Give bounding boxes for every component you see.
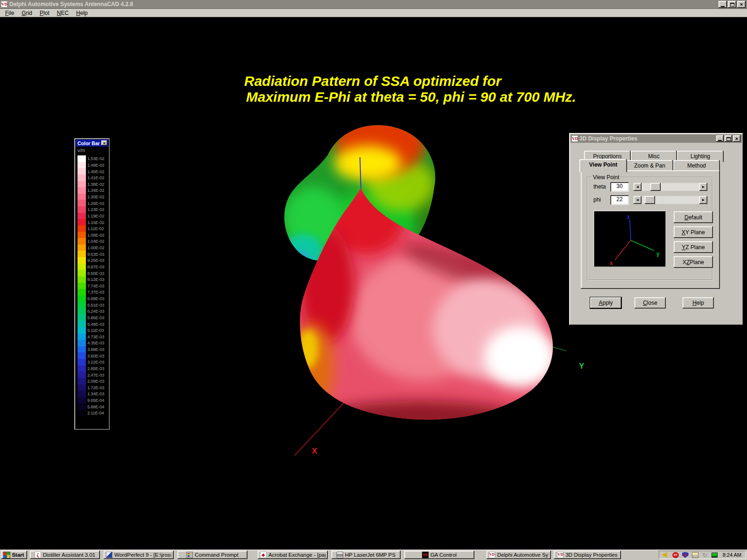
taskbar-button-label: Distiller Assistant 3.01 (43, 552, 96, 558)
help-button[interactable]: Help (683, 297, 714, 308)
theta-label: theta (591, 183, 610, 190)
phi-scroll-track[interactable] (641, 196, 699, 204)
colorbar-swatch (78, 187, 86, 194)
start-button[interactable]: Start (1, 551, 27, 559)
colorbar-swatch (78, 378, 86, 385)
colorbar-entry: 5.86E-03 (78, 315, 107, 321)
colorbar-value: 1.53E-02 (87, 156, 104, 161)
colorbar-swatch (78, 308, 86, 315)
colorbar-entry: 5.11E-03 (78, 327, 107, 334)
theta-scroll-left-icon[interactable]: ◄ (634, 183, 641, 191)
axes-preview-panel: z x y (594, 211, 665, 266)
colorbar-entry: 1.04E-02 (78, 238, 107, 245)
tab-method[interactable]: Method (673, 160, 720, 171)
phi-scroll-thumb[interactable] (645, 196, 655, 204)
theta-scroll-thumb[interactable] (650, 183, 661, 191)
phi-scrollbar[interactable]: ◄► (634, 196, 707, 204)
shield-icon[interactable] (682, 552, 689, 558)
xz-plane-button[interactable]: XZ Plane (674, 256, 713, 268)
colorbar-swatch (78, 397, 86, 404)
colorbar-swatch (78, 238, 86, 245)
menu-item-grid[interactable]: Grid (18, 9, 35, 17)
xy-plane-button[interactable]: XY Plane (674, 226, 713, 238)
yz-plane-button[interactable]: YZ Plane (674, 241, 713, 253)
dialog-minimize-button[interactable] (716, 135, 724, 142)
colorbar-entry: 4.73E-03 (78, 334, 107, 340)
taskbar: Start ζDistiller Assistant 3.01WordPerfe… (0, 550, 747, 560)
colorbar-swatch (78, 327, 86, 334)
colorbar-swatch (78, 365, 86, 372)
phi-input[interactable]: 22 (610, 195, 629, 205)
colorbar-entry: 1.72E-03 (78, 385, 107, 391)
theta-input[interactable]: 30 (610, 182, 629, 192)
preview-x-axis-line (615, 240, 631, 260)
dialog-titlebar[interactable]: VD 3D Display Properties × (571, 134, 742, 143)
theta-scroll-track[interactable] (641, 183, 699, 191)
colorbar-entry: 1.34E-02 (78, 187, 107, 194)
colorbar-value: 1.45E-02 (87, 169, 104, 174)
x-axis-label: X (312, 447, 317, 455)
menu-item-nec[interactable]: NEC (54, 9, 72, 17)
dos-icon (186, 552, 193, 558)
restore-button[interactable] (728, 1, 736, 8)
close-button[interactable]: × (737, 1, 746, 8)
taskbar-button-3d-display-properties[interactable]: VD3D Display Properties (554, 551, 621, 559)
taskbar-button-distiller-assistant-3-01[interactable]: ζDistiller Assistant 3.01 (30, 551, 100, 559)
refresh-icon[interactable]: ↻ (702, 552, 708, 558)
print-status-icon[interactable] (692, 552, 698, 558)
colorbar-titlebar[interactable]: Color Bar × (76, 140, 108, 147)
colorbar-entry: 9.65E-04 (78, 397, 107, 404)
apply-button[interactable]: Apply (590, 297, 621, 308)
menu-item-plot[interactable]: Plot (36, 9, 53, 17)
dialog-maximize-button[interactable] (725, 135, 732, 142)
minimize-button[interactable] (719, 1, 727, 8)
colorbar-body: v/m 1.53E-021.49E-021.45E-021.41E-021.38… (76, 147, 108, 428)
viewpoint-tabpage: View Point theta30◄►phi22◄► z x y Defaul… (581, 170, 720, 289)
colorbar-swatch (78, 245, 86, 251)
phi-scroll-left-icon[interactable]: ◄ (634, 196, 641, 204)
colorbar-swatch (78, 352, 86, 359)
dialog-close-button[interactable]: × (733, 135, 740, 142)
colorbar-value: 8.87E-03 (87, 264, 104, 269)
display-icon[interactable] (712, 553, 718, 558)
colorbar-value: 6.61E-03 (87, 302, 104, 308)
taskbar-button-wordperfect-9-e-jross-[interactable]: WordPerfect 9 - [E:\jross\... (104, 551, 174, 559)
colorbar-value: 1.04E-02 (87, 238, 104, 244)
colorbar-value: 1.11E-02 (87, 226, 104, 231)
taskbar-button-ga-control[interactable]: GAGA Control (404, 551, 474, 559)
tab-view-point[interactable]: View Point (579, 159, 627, 172)
colorbar-value: 2.09E-03 (87, 378, 104, 384)
colorbar-value: 7.37E-03 (87, 289, 104, 294)
app-title: Delphi Automotive Systems AntennaCAD 4.2… (9, 1, 719, 7)
close-button[interactable]: Close (634, 297, 666, 308)
colorbar-value: 1.72E-03 (87, 385, 104, 390)
distiller-icon: ζ (35, 552, 41, 558)
colorbar-swatch (78, 295, 86, 302)
colorbar-swatch (78, 391, 86, 397)
colorbar-value: 1.00E-02 (87, 245, 104, 250)
colorbar-entry: 1.30E-02 (78, 194, 107, 200)
taskbar-button-hp-laserjet-6mp-ps[interactable]: HP LaserJet 6MP PS (331, 551, 401, 559)
speaker-icon[interactable] (662, 552, 669, 558)
preview-x-label: x (610, 260, 613, 266)
menu-item-file[interactable]: File (2, 9, 17, 17)
theta-scrollbar[interactable]: ◄► (634, 183, 707, 191)
ga-icon: GA (422, 552, 429, 558)
vd-icon: VD (489, 552, 495, 558)
colorbar-entry: 7.37E-03 (78, 289, 107, 295)
app-icon: VD (1, 1, 7, 7)
theta-scroll-right-icon[interactable]: ► (699, 183, 707, 191)
taskbar-button-acrobat-exchange-paper-[interactable]: ◆Acrobat Exchange - [paper... (258, 551, 328, 559)
printer-icon (337, 552, 343, 558)
tab-zoom-pan[interactable]: Zoom & Pan (626, 160, 673, 171)
taskbar-button-command-prompt[interactable]: Command Prompt (177, 551, 247, 559)
default-button[interactable]: Default (674, 211, 713, 223)
ati-icon[interactable]: ATI (672, 552, 679, 558)
colorbar-value: 1.38E-02 (87, 182, 104, 187)
taskbar-button-delphi-automotive-system-[interactable]: VDDelphi Automotive System... (486, 551, 551, 559)
menu-item-help[interactable]: Help (73, 9, 91, 17)
phi-scroll-right-icon[interactable]: ► (699, 196, 707, 204)
colorbar-close-icon[interactable]: × (101, 140, 107, 146)
colorbar-swatch (78, 270, 86, 276)
colorbar-value: 1.34E-02 (87, 188, 104, 193)
